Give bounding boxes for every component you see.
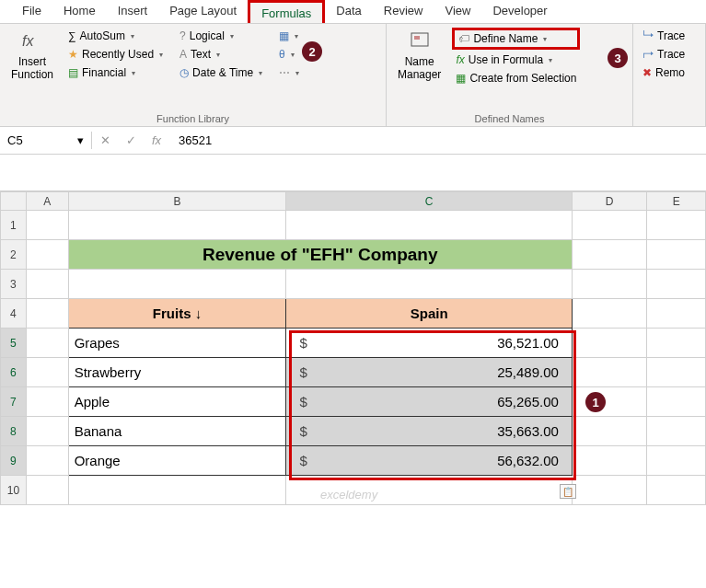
col-header-a[interactable]: A: [26, 192, 68, 211]
select-all-corner[interactable]: [1, 192, 27, 211]
col-header-d[interactable]: D: [572, 192, 646, 211]
text-icon: A: [179, 48, 187, 61]
worksheet-grid[interactable]: A B C D E 1 2Revenue of "EFH" Company 3 …: [0, 191, 706, 505]
fx-icon: fx: [20, 29, 44, 53]
define-name-button[interactable]: 🏷Define Name▾: [452, 28, 580, 50]
autosum-button[interactable]: ∑AutoSum▾: [64, 28, 167, 44]
arrow-icon: ⮡: [642, 29, 654, 42]
data-cell[interactable]: $56,632.00: [286, 446, 572, 476]
tab-view[interactable]: View: [434, 0, 481, 23]
svg-text:fx: fx: [22, 33, 34, 49]
lookup-icon: ▦: [279, 29, 289, 42]
row-header[interactable]: 7: [1, 387, 27, 417]
name-box[interactable]: C5▾: [0, 132, 92, 149]
data-cell[interactable]: Orange: [68, 446, 286, 476]
row-header[interactable]: 8: [1, 417, 27, 446]
formula-input[interactable]: 36521: [169, 133, 706, 147]
formula-bar: C5▾ ✕ ✓ fx 36521: [0, 127, 706, 155]
data-cell[interactable]: Grapes: [68, 329, 286, 358]
title-cell[interactable]: Revenue of "EFH" Company: [68, 240, 572, 270]
row-header[interactable]: 2: [1, 240, 27, 270]
header-spain[interactable]: Spain: [286, 299, 572, 329]
chevron-down-icon: ▾: [230, 32, 234, 40]
chevron-down-icon: ▾: [259, 69, 262, 77]
lookup-button[interactable]: ▦▾: [275, 28, 303, 44]
star-icon: ★: [68, 48, 78, 61]
col-header-c[interactable]: C: [286, 192, 572, 211]
more-icon: ⋯: [279, 66, 290, 79]
row-header[interactable]: 10: [1, 476, 27, 505]
chevron-down-icon: ▾: [216, 51, 220, 59]
row-header[interactable]: 9: [1, 446, 27, 476]
theta-icon: θ: [279, 48, 285, 61]
create-from-selection-button[interactable]: ▦Create from Selection: [452, 70, 580, 86]
cancel-icon[interactable]: ✕: [92, 133, 118, 147]
callout-badge-2: 2: [302, 41, 322, 62]
chevron-down-icon: ▾: [159, 51, 163, 59]
chevron-down-icon: ▾: [549, 56, 552, 64]
row-header[interactable]: 3: [1, 270, 27, 299]
chevron-down-icon: ▾: [131, 32, 134, 40]
chevron-down-icon: ▾: [291, 51, 295, 59]
paste-options-icon[interactable]: 📋: [560, 484, 576, 499]
tab-formulas[interactable]: Formulas: [248, 0, 325, 23]
data-cell[interactable]: $25,489.00: [286, 358, 572, 387]
tag-icon: [408, 29, 432, 53]
group-label-defined-names: Defined Names: [392, 111, 627, 124]
chevron-down-icon: ▾: [543, 35, 547, 43]
data-cell[interactable]: Apple: [68, 387, 286, 417]
chevron-down-icon: ▾: [295, 69, 299, 77]
svg-rect-2: [414, 36, 420, 40]
data-cell[interactable]: $65,265.00: [286, 387, 572, 417]
tab-insert[interactable]: Insert: [107, 0, 159, 23]
fx-icon[interactable]: fx: [144, 133, 169, 147]
text-button[interactable]: AText▾: [176, 46, 266, 63]
remove-arrows-button[interactable]: ✖Remo: [639, 64, 689, 81]
data-cell[interactable]: Banana: [68, 417, 286, 446]
trace-precedents-button[interactable]: ⮡Trace: [639, 28, 689, 44]
grid-icon: ▦: [456, 72, 466, 85]
clock-icon: ◷: [179, 66, 189, 79]
callout-badge-3: 3: [608, 48, 628, 68]
money-icon: ▤: [68, 66, 78, 79]
chevron-down-icon: ▾: [295, 32, 298, 40]
col-header-e[interactable]: E: [647, 192, 706, 211]
enter-icon[interactable]: ✓: [118, 133, 144, 147]
more-functions-button[interactable]: ⋯▾: [275, 64, 303, 81]
col-header-b[interactable]: B: [68, 192, 286, 211]
data-cell[interactable]: $35,663.00: [286, 417, 572, 446]
recently-used-button[interactable]: ★Recently Used▾: [64, 46, 167, 63]
row-header[interactable]: 5: [1, 329, 27, 358]
tab-developer[interactable]: Developer: [481, 0, 558, 23]
tab-review[interactable]: Review: [373, 0, 434, 23]
row-header[interactable]: 1: [1, 211, 27, 240]
row-header[interactable]: 6: [1, 358, 27, 387]
callout-badge-1: 1: [585, 392, 606, 412]
x-icon: ✖: [642, 66, 652, 79]
data-cell[interactable]: Strawberry: [68, 358, 286, 387]
financial-button[interactable]: ▤Financial▾: [64, 64, 167, 81]
date-time-button[interactable]: ◷Date & Time▾: [176, 64, 266, 81]
group-label-function-library: Function Library: [6, 111, 380, 124]
tab-data[interactable]: Data: [325, 0, 372, 23]
chevron-down-icon: ▾: [132, 69, 135, 77]
ribbon-tabs: File Home Insert Page Layout Formulas Da…: [0, 0, 706, 24]
name-manager-button[interactable]: Name Manager: [392, 28, 446, 86]
trace-dependents-button[interactable]: ⮣Trace: [639, 46, 689, 63]
header-fruits[interactable]: Fruits ↓: [68, 299, 286, 329]
question-icon: ?: [179, 29, 186, 42]
tab-home[interactable]: Home: [52, 0, 107, 23]
use-in-formula-button[interactable]: fxUse in Formula▾: [452, 52, 580, 68]
arrow-icon: ⮣: [642, 48, 654, 61]
tag-icon: 🏷: [458, 32, 469, 45]
fx-small-icon: fx: [456, 53, 464, 66]
math-button[interactable]: θ▾: [275, 46, 303, 63]
tab-file[interactable]: File: [11, 0, 52, 23]
data-cell[interactable]: $36,521.00: [286, 329, 572, 358]
logical-button[interactable]: ?Logical▾: [176, 28, 266, 44]
ribbon: fx Insert Function ∑AutoSum▾ ★Recently U…: [0, 24, 706, 127]
tab-page-layout[interactable]: Page Layout: [158, 0, 248, 23]
row-header[interactable]: 4: [1, 299, 27, 329]
insert-function-button[interactable]: fx Insert Function: [6, 28, 59, 83]
sigma-icon: ∑: [68, 29, 76, 42]
